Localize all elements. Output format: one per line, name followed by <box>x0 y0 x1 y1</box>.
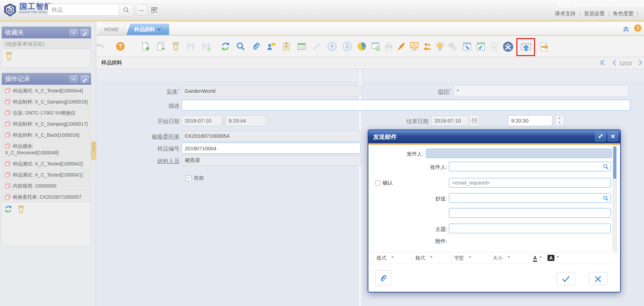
first-record-button[interactable] <box>599 60 606 67</box>
help-icon[interactable]: ? <box>634 24 642 32</box>
detail-record-icon[interactable] <box>342 41 352 52</box>
global-search-input[interactable]: 样品 <box>48 4 119 16</box>
print-icon[interactable] <box>384 41 394 52</box>
ack-checkbox[interactable] <box>375 180 380 186</box>
copy-record-icon[interactable] <box>155 41 166 52</box>
new-record-icon[interactable] <box>140 41 150 52</box>
favorites-collapse-button[interactable]: ▲ <box>69 28 79 37</box>
undo-icon[interactable] <box>95 41 105 52</box>
dialog-close-button[interactable] <box>608 132 618 141</box>
tab-home[interactable]: HOME <box>97 24 126 36</box>
dialog-cancel-button[interactable] <box>589 272 607 285</box>
history-list-item[interactable]: 样品测试: X_C_Tested[1000041] <box>2 170 90 180</box>
detached-window-icon[interactable] <box>476 41 486 52</box>
end-time-field[interactable]: 9:20:30 <box>508 115 552 126</box>
time-spinner[interactable]: ▲▼ <box>555 115 564 126</box>
send-email-icon[interactable] <box>520 41 531 52</box>
history-list-item[interactable]: 样品制样: X_C_Samping[1000018] <box>2 97 90 107</box>
history-list-item[interactable]: 样品测试: X_C_Tested[1000044] <box>2 86 90 96</box>
chat-icon[interactable] <box>266 41 276 52</box>
history-list-item[interactable]: 样品测试: X_C_Tested[1000042] <box>2 159 90 169</box>
chart-icon[interactable] <box>357 41 367 52</box>
dialog-maximize-button[interactable] <box>595 132 606 141</box>
history-list-item[interactable]: 仪器: DNTC-17002 5V燃烧仪 <box>2 108 90 118</box>
org-field[interactable]: * <box>454 86 628 96</box>
dialog-attachment-button[interactable] <box>375 270 391 286</box>
to-lookup-icon[interactable] <box>603 164 609 170</box>
attachment-icon[interactable] <box>251 41 261 52</box>
description-input[interactable] <box>182 100 630 111</box>
toggle-grid-icon[interactable] <box>296 41 307 52</box>
save-icon[interactable] <box>186 41 196 52</box>
dialog-title-bar[interactable]: 发送邮件 <box>368 130 620 143</box>
lookup-icon[interactable] <box>236 41 246 52</box>
history-list-item[interactable]: 内部领用: 10000000 <box>2 181 90 191</box>
calendar-button[interactable] <box>469 115 479 126</box>
export-icon[interactable] <box>539 41 549 52</box>
history-list-item[interactable]: 样品烘料: X_C_Back[1000016] <box>2 130 90 140</box>
subject-input[interactable] <box>449 224 611 233</box>
favorites-trash-icon[interactable] <box>4 51 13 61</box>
help-toolbar-icon[interactable]: ? <box>115 41 126 52</box>
editor-font-combo[interactable]: 字型 <box>453 253 490 263</box>
start-date-field[interactable]: 2018-07-10 <box>182 115 222 126</box>
history-expand-button[interactable] <box>80 75 90 83</box>
email-required-input[interactable]: <email_required> <box>449 178 611 188</box>
baking-person-field[interactable]: 褚燕景 <box>182 155 361 166</box>
history-collapse-button[interactable]: ▲ <box>69 75 79 83</box>
import-file-icon[interactable] <box>489 41 499 52</box>
link-preferences[interactable]: 首选设置 <box>584 10 605 16</box>
previous-record-button[interactable] <box>611 60 617 67</box>
memo-icon[interactable] <box>281 41 292 52</box>
parent-record-icon[interactable] <box>327 41 337 52</box>
requery-icon[interactable] <box>220 41 231 52</box>
workflow-activities-icon[interactable] <box>435 41 445 52</box>
dialog-scrollbar-thumb[interactable] <box>613 146 616 179</box>
users-icon[interactable] <box>422 41 433 52</box>
end-date-field[interactable]: 2018-07-10 <box>431 115 469 126</box>
link-request-support[interactable]: 请求支持 <box>555 10 576 16</box>
start-time-field[interactable]: 9:19:44 <box>226 115 266 126</box>
end-session-icon[interactable] <box>503 41 513 52</box>
history-list-item[interactable]: 检验委托单: CK2018071000057 <box>2 192 90 202</box>
favorites-expand-button[interactable] <box>80 28 90 37</box>
customize-icon[interactable] <box>447 41 458 52</box>
next-record-button[interactable] <box>638 60 643 67</box>
link-change-role[interactable]: 角色变更 <box>613 10 634 16</box>
active-checkbox[interactable]: ✓ <box>186 176 191 181</box>
to-input[interactable] <box>449 162 611 171</box>
collapse-header-icon[interactable] <box>622 25 630 32</box>
history-list-item[interactable]: 样品接收: X_C_Received[1000048] <box>2 141 90 158</box>
entity-field[interactable]: GardenWorld <box>182 86 361 96</box>
chevron-down-icon <box>391 256 394 259</box>
workflow-icon[interactable] <box>409 41 420 52</box>
archive-icon[interactable] <box>396 41 406 52</box>
text-color-button[interactable]: A <box>532 253 548 263</box>
cc-lookup-icon[interactable] <box>603 195 609 201</box>
history-refresh-icon[interactable] <box>4 205 13 214</box>
more-menu-button[interactable]: ... <box>136 4 147 16</box>
tab-close-icon[interactable]: ✕ <box>157 27 161 32</box>
editor-size-combo[interactable]: 大小 <box>491 253 529 263</box>
tab-active[interactable]: 样品烘料✕ <box>126 24 169 35</box>
report-icon[interactable] <box>370 41 381 52</box>
from-field[interactable] <box>426 148 612 158</box>
bg-color-button[interactable]: A <box>546 253 564 263</box>
cc-input[interactable] <box>449 193 611 203</box>
save-create-icon[interactable] <box>201 41 211 52</box>
dialog-ok-button[interactable] <box>556 272 575 285</box>
delete-record-icon[interactable] <box>171 41 181 52</box>
history-list-item[interactable]: 样品制样: X_C_Samping[1000017] <box>2 119 90 129</box>
sample-no-input[interactable]: 20180710004 <box>182 143 361 154</box>
inspection-order-field[interactable]: CK2018071000054 <box>182 130 361 141</box>
qr-code-button[interactable] <box>149 4 160 16</box>
dialog-scrollbar[interactable] <box>613 145 617 251</box>
history-trash-icon[interactable] <box>17 205 25 214</box>
search-button[interactable] <box>119 4 134 16</box>
quick-entry-icon[interactable] <box>312 41 322 52</box>
new-window-icon[interactable] <box>462 41 472 52</box>
editor-style-combo[interactable]: 樣式 <box>375 253 413 263</box>
editor-format-combo[interactable]: 格式 <box>414 253 452 263</box>
sidebar-splitter-handle[interactable] <box>91 142 96 160</box>
bcc-input[interactable] <box>449 208 611 218</box>
